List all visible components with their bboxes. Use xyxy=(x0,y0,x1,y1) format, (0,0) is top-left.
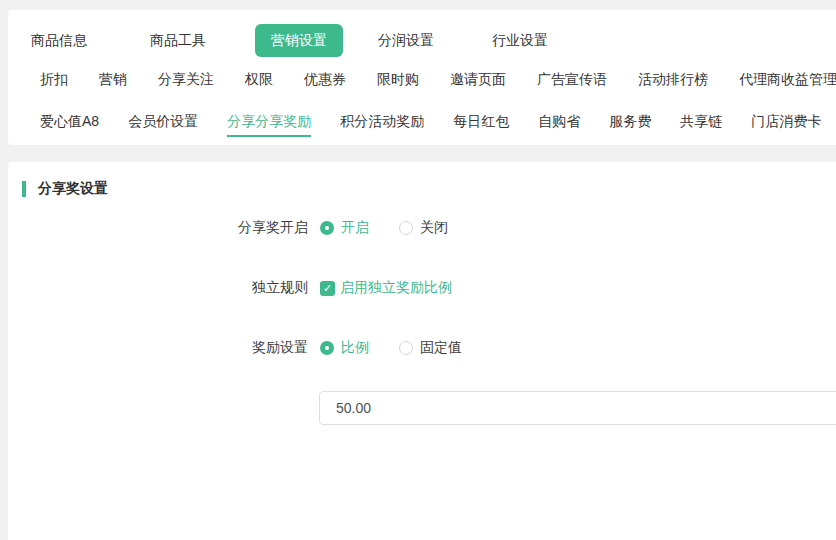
secondary-tab[interactable]: 优惠券 xyxy=(304,71,346,89)
tertiary-tab[interactable]: 爱心值A8 xyxy=(40,113,99,131)
tertiary-tab[interactable]: 每日红包 xyxy=(453,113,509,131)
tertiary-tab[interactable]: 积分活动奖励 xyxy=(340,113,424,131)
tertiary-tab[interactable]: 会员价设置 xyxy=(128,113,198,131)
secondary-tab[interactable]: 折扣 xyxy=(40,71,68,89)
secondary-tab[interactable]: 邀请页面 xyxy=(450,71,506,89)
tertiary-tab-bar: 爱心值A8会员价设置分享分享奖励积分活动奖励每日红包自购省服务费共享链门店消费卡 xyxy=(8,112,836,132)
secondary-tab[interactable]: 营销 xyxy=(99,71,127,89)
radio-icon[interactable] xyxy=(320,221,334,235)
form-row-share-switch: 分享奖开启 开启 关闭 xyxy=(8,198,836,258)
radio-option-label[interactable]: 比例 xyxy=(341,339,369,357)
secondary-tab[interactable]: 权限 xyxy=(245,71,273,89)
primary-tab[interactable]: 商品工具 xyxy=(150,24,206,57)
section-title: 分享奖设置 xyxy=(38,180,108,198)
primary-tab[interactable]: 营销设置 xyxy=(255,24,343,57)
secondary-tab[interactable]: 活动排行榜 xyxy=(638,71,708,89)
section-accent-bar xyxy=(22,181,26,197)
checkbox-label[interactable]: 启用独立奖励比例 xyxy=(340,279,452,297)
secondary-tab[interactable]: 限时购 xyxy=(377,71,419,89)
tertiary-tab[interactable]: 门店消费卡 xyxy=(751,113,821,131)
independent-rule-control: 启用独立奖励比例 xyxy=(320,279,452,297)
radio-icon[interactable] xyxy=(320,341,334,355)
share-switch-radio-group: 开启 关闭 xyxy=(320,219,448,237)
primary-tab[interactable]: 行业设置 xyxy=(492,24,548,57)
primary-tab[interactable]: 商品信息 xyxy=(31,24,87,57)
secondary-tab[interactable]: 广告宣传语 xyxy=(537,71,607,89)
reward-type-label: 奖励设置 xyxy=(8,339,308,357)
radio-icon[interactable] xyxy=(399,341,413,355)
checkbox-checked-icon[interactable] xyxy=(320,281,335,296)
tabs-panel: 商品信息商品工具营销设置分润设置行业设置 折扣营销分享关注权限优惠券限时购邀请页… xyxy=(8,10,836,145)
tertiary-tab[interactable]: 共享链 xyxy=(680,113,722,131)
radio-option-ratio[interactable]: 比例 xyxy=(320,339,369,357)
primary-tab-bar: 商品信息商品工具营销设置分润设置行业设置 xyxy=(8,24,836,57)
share-reward-settings-panel: 分享奖设置 分享奖开启 开启 关闭 独立规则 启用独立奖励比例 奖励设置 xyxy=(8,162,836,540)
tertiary-tab[interactable]: 服务费 xyxy=(609,113,651,131)
radio-icon[interactable] xyxy=(399,221,413,235)
form-row-independent-rule: 独立规则 启用独立奖励比例 xyxy=(8,258,836,318)
radio-option-fixed[interactable]: 固定值 xyxy=(399,339,462,357)
tertiary-tab[interactable]: 分享分享奖励 xyxy=(227,113,311,131)
tertiary-tab[interactable]: 自购省 xyxy=(538,113,580,131)
radio-option-label[interactable]: 关闭 xyxy=(420,219,448,237)
form-row-reward-type: 奖励设置 比例 固定值 xyxy=(8,318,836,378)
share-switch-label: 分享奖开启 xyxy=(8,219,308,237)
radio-option-off[interactable]: 关闭 xyxy=(399,219,448,237)
radio-option-on[interactable]: 开启 xyxy=(320,219,369,237)
secondary-tab-bar: 折扣营销分享关注权限优惠券限时购邀请页面广告宣传语活动排行榜代理商收益管理 xyxy=(8,70,836,90)
radio-option-label[interactable]: 开启 xyxy=(341,219,369,237)
independent-rule-label: 独立规则 xyxy=(8,279,308,297)
secondary-tab[interactable]: 代理商收益管理 xyxy=(739,71,836,89)
primary-tab[interactable]: 分润设置 xyxy=(378,24,434,57)
radio-option-label[interactable]: 固定值 xyxy=(420,339,462,357)
section-header: 分享奖设置 xyxy=(8,162,836,198)
checkbox-option[interactable]: 启用独立奖励比例 xyxy=(320,279,452,297)
secondary-tab[interactable]: 分享关注 xyxy=(158,71,214,89)
reward-type-radio-group: 比例 固定值 xyxy=(320,339,462,357)
reward-ratio-input[interactable] xyxy=(319,391,836,425)
